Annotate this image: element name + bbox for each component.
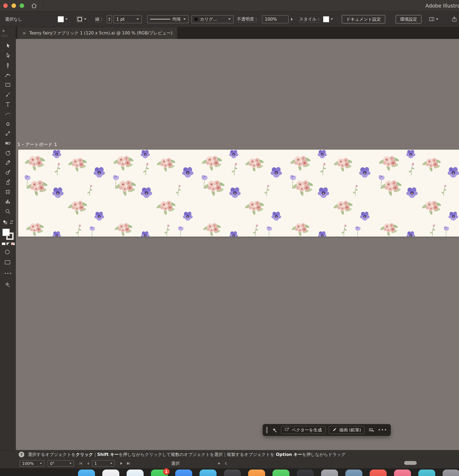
zoom-level-dropdown[interactable]: 100%: [20, 460, 44, 467]
opacity-panel-link[interactable]: 不透明度 :: [237, 16, 257, 22]
chevron-down-icon[interactable]: [110, 463, 112, 464]
image-placeholder-icon[interactable]: [368, 426, 375, 434]
dock-app-icon-12[interactable]: [345, 469, 362, 476]
none-mode-button[interactable]: [11, 242, 15, 245]
zoom-tool[interactable]: [3, 207, 12, 216]
rotation-dropdown[interactable]: 0°: [48, 460, 74, 467]
dock-app-icon-6[interactable]: [199, 469, 217, 476]
drawing-mode-button[interactable]: [5, 250, 9, 254]
fill-color-indicator[interactable]: [2, 229, 10, 236]
style-swatch[interactable]: [323, 16, 329, 22]
chevron-down-icon[interactable]: [228, 18, 231, 20]
stroke-width-stepper[interactable]: [107, 15, 112, 23]
artboard[interactable]: [18, 150, 459, 237]
scale-tool[interactable]: [3, 129, 12, 138]
dock-app-icon-13[interactable]: [370, 469, 387, 476]
dock-app-icon-10[interactable]: [297, 469, 314, 476]
dock-app-icon-11[interactable]: [321, 469, 338, 476]
play-icon[interactable]: [217, 461, 221, 466]
dock-app-icon-4[interactable]: 1: [151, 469, 168, 476]
edit-toolbar-button[interactable]: •••: [4, 271, 12, 275]
symbol-sprayer-tool[interactable]: [3, 178, 12, 187]
opacity-field[interactable]: 100%: [262, 15, 289, 23]
toolbar-grip[interactable]: [2, 34, 8, 37]
selection-tool[interactable]: [3, 41, 12, 50]
stepper-up-icon[interactable]: [108, 17, 110, 19]
close-window-button[interactable]: [3, 3, 8, 8]
dock-app-icon-8[interactable]: [248, 469, 265, 476]
style-dropdown[interactable]: [323, 16, 333, 22]
next-artboard-button[interactable]: [119, 461, 123, 466]
generative-ai-icon[interactable]: [4, 282, 10, 289]
default-fill-stroke-icon[interactable]: [3, 220, 8, 225]
chevron-down-icon[interactable]: [65, 18, 68, 20]
chevron-down-icon[interactable]: [436, 18, 438, 20]
brush-dropdown[interactable]: カリグ...: [191, 15, 234, 23]
eraser-tool[interactable]: [3, 119, 12, 128]
share-icon[interactable]: [451, 16, 457, 22]
last-artboard-button[interactable]: [126, 461, 131, 466]
preferences-button[interactable]: 環境設定: [396, 15, 422, 24]
swap-fill-stroke-icon[interactable]: [9, 220, 14, 225]
artboard-number-dropdown[interactable]: 1: [92, 460, 115, 467]
stepper-down-icon[interactable]: [108, 20, 110, 21]
chevron-right-icon[interactable]: [291, 18, 293, 21]
dock-app-icon-2[interactable]: [102, 469, 119, 476]
more-options-icon[interactable]: •••: [378, 427, 387, 433]
generate-vector-button[interactable]: ベクターを生成: [281, 426, 326, 434]
direct-selection-tool[interactable]: [3, 51, 12, 60]
previous-artboard-button[interactable]: [86, 461, 90, 466]
fill-swatch[interactable]: [58, 16, 64, 22]
eyedropper-tool[interactable]: [3, 158, 12, 167]
expand-panel-button[interactable]: »: [2, 28, 5, 34]
shaper-tool[interactable]: [3, 110, 12, 118]
stroke-color-control[interactable]: [77, 16, 87, 22]
stroke-width-dropdown[interactable]: 1 pt: [114, 15, 142, 23]
chevron-down-icon[interactable]: [69, 463, 72, 464]
dock-app-icon-3[interactable]: [127, 469, 144, 476]
color-mode-button[interactable]: [2, 242, 6, 245]
chevron-down-icon[interactable]: [40, 463, 42, 464]
first-artboard-button[interactable]: [79, 461, 83, 466]
style-panel-link[interactable]: スタイル :: [299, 16, 320, 22]
dock-app-icon-15[interactable]: [418, 469, 435, 476]
stroke-swatch[interactable]: [77, 16, 83, 22]
scrollbar-thumb[interactable]: [404, 461, 417, 465]
curvature-tool[interactable]: [3, 70, 12, 79]
dock-app-icon-16[interactable]: [443, 469, 459, 476]
pen-tool[interactable]: [3, 61, 12, 70]
paintbrush-tool[interactable]: [3, 90, 12, 99]
minimize-window-button[interactable]: [12, 3, 16, 8]
taskbar-drag-handle[interactable]: [266, 427, 268, 433]
stroke-profile-dropdown[interactable]: 均等: [147, 15, 189, 23]
document-tab[interactable]: × Teeny fairyファブリック 1 (120 x 5cm).ai @ 1…: [17, 27, 177, 39]
draw-pencil-button[interactable]: 描画 (鉛筆): [328, 426, 365, 434]
chevron-down-icon[interactable]: [331, 18, 333, 20]
chevron-down-icon[interactable]: [183, 18, 186, 20]
chevron-down-icon[interactable]: [137, 18, 139, 20]
close-tab-icon[interactable]: ×: [22, 31, 26, 36]
stroke-panel-link[interactable]: 線 :: [95, 16, 102, 22]
chevron-left-icon[interactable]: [224, 461, 228, 466]
move-cursor-icon[interactable]: [270, 426, 278, 434]
dock-app-icon-5[interactable]: [175, 469, 192, 476]
canvas-area[interactable]: 1 - アートボード 1: [16, 39, 459, 450]
dock-app-icon-14[interactable]: [394, 469, 411, 476]
document-setup-button[interactable]: ドキュメント設定: [342, 15, 385, 24]
dock-app-icon-7[interactable]: [224, 469, 241, 476]
artboard-tool[interactable]: [3, 187, 12, 196]
rectangle-tool[interactable]: [3, 80, 12, 89]
zoom-window-button[interactable]: [20, 3, 24, 8]
dock-app-icon-9[interactable]: [272, 469, 289, 476]
rotate-tool[interactable]: [3, 148, 12, 157]
type-tool[interactable]: [3, 100, 12, 109]
chevron-down-icon[interactable]: [84, 18, 87, 20]
gradient-tool[interactable]: [3, 139, 12, 148]
gradient-mode-button[interactable]: [7, 242, 10, 245]
arrange-documents-icon[interactable]: [429, 16, 438, 22]
fill-color-control[interactable]: [58, 16, 68, 22]
column-graph-tool[interactable]: [3, 197, 12, 206]
blob-brush-tool[interactable]: [3, 168, 12, 177]
screen-mode-button[interactable]: [5, 260, 10, 264]
home-icon[interactable]: [31, 2, 37, 9]
